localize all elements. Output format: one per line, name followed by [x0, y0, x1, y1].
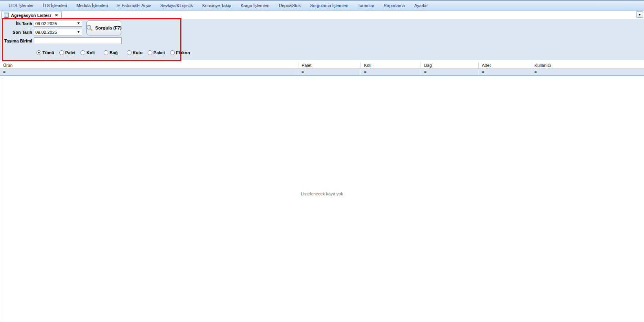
menu-item-sorgulama[interactable]: Sorgulama İşlemleri [306, 1, 353, 10]
tab-title: Agregasyon Listesi [11, 13, 51, 18]
chevron-down-icon [77, 31, 80, 33]
radio-paket[interactable]: Paket [148, 50, 165, 55]
menu-item-efatura-earsiv[interactable]: E-Fatura&E-Arşiv [113, 1, 156, 10]
column-header-adet[interactable]: Adet [479, 62, 531, 68]
menu-item-kargo-islemleri[interactable]: Kargo İşlemleri [236, 1, 274, 10]
column-header-bag[interactable]: Bağ [421, 62, 479, 68]
radio-koli[interactable]: Koli [80, 50, 95, 55]
chevron-down-icon [77, 22, 80, 24]
equals-operator-icon[interactable]: = [534, 70, 537, 74]
menu-item-depo-stok[interactable]: Depo&Stok [274, 1, 306, 10]
tab-strip: Agregasyon Listesi ✕ [0, 11, 644, 19]
tab-close-icon[interactable]: ✕ [55, 13, 58, 17]
tab-list-dropdown-button[interactable] [636, 11, 643, 18]
grid-auto-filter-row: = = = = = = [0, 69, 644, 76]
grid-border-line [0, 78, 644, 78]
radio-icon [104, 50, 108, 55]
menu-bar: UTS İşlemler İTS İşlemleri Medula İşleml… [0, 0, 644, 11]
ilk-tarih-dropdown-button[interactable] [75, 20, 82, 26]
son-tarih-value: 09.02.2025 [34, 30, 75, 35]
unit-type-radio-group: Tümü Palet Koli Bağ Kutu Paket Flakon [37, 50, 190, 55]
grid-empty-message: Listelenecek kayıt yok [0, 191, 644, 196]
magnifier-icon [86, 24, 93, 31]
ilk-tarih-value: 09.02.2025 [34, 21, 75, 26]
menu-item-sevkiyat-lojistik[interactable]: Sevkiyat&Lojistik [156, 1, 198, 10]
son-tarih-label: Son Tarih [0, 30, 32, 35]
filter-cell-urun[interactable]: = [0, 69, 298, 75]
grid-column-headers: Ürün Palet Koli Bağ Adet Kullanıcı [0, 62, 644, 69]
column-header-koli[interactable]: Koli [361, 62, 421, 68]
equals-operator-icon[interactable]: = [364, 70, 366, 74]
radio-palet[interactable]: Palet [59, 50, 75, 55]
radio-icon [148, 50, 152, 55]
radio-flakon[interactable]: Flakon [170, 50, 190, 55]
menu-item-medula-islemleri[interactable]: Medula İşlemleri [72, 1, 113, 10]
tab-agregasyon-listesi[interactable]: Agregasyon Listesi ✕ [1, 11, 62, 19]
sorgula-button-label: Sorgula (F7) [95, 26, 121, 30]
tasima-birimi-label: Taşıma Birimi [0, 39, 32, 43]
radio-palet-label: Palet [65, 50, 75, 55]
radio-icon [127, 50, 132, 55]
radio-icon [37, 50, 41, 55]
column-header-urun[interactable]: Ürün [0, 62, 298, 68]
column-header-palet[interactable]: Palet [298, 62, 361, 68]
equals-operator-icon[interactable]: = [3, 70, 5, 74]
chevron-down-icon [639, 14, 641, 16]
son-tarih-dropdown-button[interactable] [75, 29, 82, 35]
radio-tumu[interactable]: Tümü [37, 50, 54, 55]
menu-item-raporlama[interactable]: Raporlama [379, 1, 410, 10]
equals-operator-icon[interactable]: = [424, 70, 426, 74]
filter-cell-koli[interactable]: = [361, 69, 421, 75]
grid-document-icon [4, 13, 9, 18]
column-header-kullanici[interactable]: Kullanıcı [531, 62, 644, 68]
filter-cell-palet[interactable]: = [298, 69, 361, 75]
equals-operator-icon[interactable]: = [482, 70, 484, 74]
radio-icon [170, 50, 175, 55]
tasima-birimi-input[interactable] [34, 37, 122, 44]
ilk-tarih-date-picker[interactable]: 09.02.2025 [34, 20, 82, 27]
radio-icon [59, 50, 64, 55]
equals-operator-icon[interactable]: = [302, 70, 304, 74]
grid-left-border [3, 78, 3, 322]
radio-paket-label: Paket [154, 50, 165, 55]
son-tarih-date-picker[interactable]: 09.02.2025 [34, 29, 82, 35]
radio-bag[interactable]: Bağ [104, 50, 118, 55]
menu-item-konsinye-takip[interactable]: Konsinye Takip [198, 1, 236, 10]
radio-bag-label: Bağ [110, 50, 118, 55]
radio-koli-label: Koli [86, 50, 95, 55]
radio-kutu-label: Kutu [133, 50, 143, 55]
radio-kutu[interactable]: Kutu [127, 50, 143, 55]
menu-item-its-islemleri[interactable]: İTS İşlemleri [38, 1, 72, 10]
filter-cell-kullanici[interactable]: = [531, 69, 644, 75]
sorgula-button[interactable]: Sorgula (F7) [86, 20, 121, 35]
radio-flakon-label: Flakon [176, 50, 190, 55]
radio-icon [80, 50, 85, 55]
filter-cell-bag[interactable]: = [421, 69, 479, 75]
radio-tumu-label: Tümü [42, 50, 54, 55]
filter-cell-adet[interactable]: = [479, 69, 531, 75]
menu-item-ayarlar[interactable]: Ayarlar [410, 1, 433, 10]
menu-item-uts-islemler[interactable]: UTS İşlemler [4, 1, 38, 10]
menu-item-tanimlar[interactable]: Tanımlar [353, 1, 379, 10]
ilk-tarih-label: İlk Tarih [0, 21, 32, 26]
